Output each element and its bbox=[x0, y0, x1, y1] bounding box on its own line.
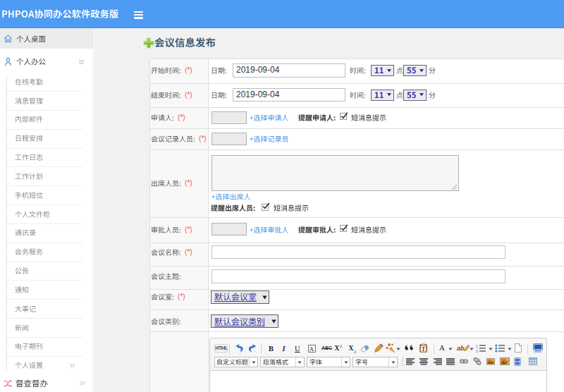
svg-text:2: 2 bbox=[476, 349, 478, 353]
svg-text:T: T bbox=[421, 346, 424, 353]
svg-text:1: 1 bbox=[476, 344, 478, 348]
